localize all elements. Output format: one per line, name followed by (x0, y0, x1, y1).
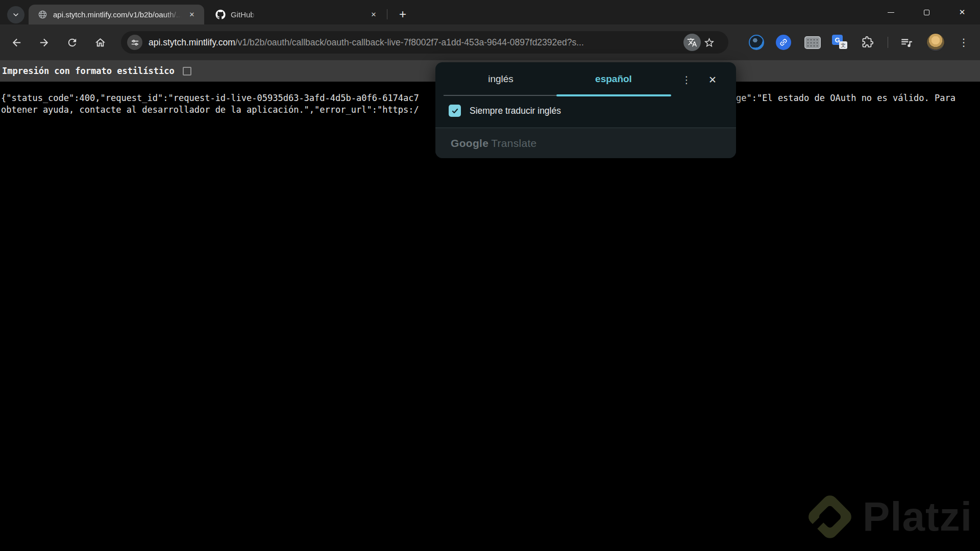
address-bar[interactable]: api.stytch.mintlify.com/v1/b2b/oauth/cal… (121, 31, 728, 54)
close-icon: ✕ (708, 74, 717, 86)
github-icon (215, 10, 226, 20)
platzi-logo-icon (804, 489, 855, 545)
translate-extension-wen: 文 (839, 41, 847, 49)
translate-page-button[interactable] (683, 34, 701, 51)
brand-translate: Translate (491, 137, 536, 149)
back-icon (11, 37, 22, 48)
extensions-puzzle-icon (862, 36, 874, 48)
translate-badge-icon (687, 37, 697, 47)
avatar[interactable] (926, 33, 945, 52)
always-translate-checkbox[interactable] (449, 105, 461, 117)
platzi-watermark-text: Platzi (863, 493, 972, 540)
tab-title: GitHub (231, 10, 255, 19)
close-tab-icon[interactable]: ✕ (186, 9, 198, 21)
platzi-watermark: Platzi (804, 489, 972, 545)
translate-source-tab[interactable]: inglés (446, 62, 556, 96)
json-line-1-left: {"status_code":400,"request_id":"request… (1, 92, 419, 104)
media-playlist-icon (900, 36, 913, 49)
url-text: api.stytch.mintlify.com/v1/b2b/oauth/cal… (149, 31, 584, 54)
browser-menu-button[interactable]: ⋮ (955, 32, 972, 53)
kebab-menu-icon: ⋮ (959, 36, 969, 48)
home-icon (94, 37, 106, 48)
translate-footer: GoogleTranslate (435, 128, 736, 158)
maximize-icon (924, 10, 929, 15)
translate-target-tab[interactable]: español (556, 62, 671, 96)
always-translate-row: Siempre traducir inglés (449, 104, 561, 117)
media-controls-button[interactable] (898, 35, 915, 50)
globe-icon (38, 10, 48, 20)
translate-popup: inglés español ⋮ ✕ Siempre traducir ingl… (435, 62, 736, 158)
site-settings-button[interactable] (127, 35, 142, 50)
brand-google: Google (451, 137, 488, 149)
minimize-icon (888, 12, 894, 13)
pretty-print-label: Impresión con formato estilístico (2, 66, 175, 76)
tab-search-button[interactable] (7, 6, 24, 23)
bookmark-star-icon (703, 37, 715, 48)
reload-button[interactable] (61, 31, 83, 54)
new-tab-button[interactable]: + (394, 6, 411, 23)
translate-tab-divider (444, 95, 556, 96)
tab-divider (387, 9, 387, 19)
close-window-button[interactable]: ✕ (944, 0, 980, 24)
tab-stytch[interactable]: api.stytch.mintlify.com/v1/b2b/oauth/...… (29, 5, 204, 24)
toolbar-separator (888, 37, 888, 48)
translate-extension-icon[interactable]: G 文 (832, 35, 847, 49)
tune-icon (131, 38, 139, 47)
bookmark-button[interactable] (700, 36, 718, 48)
maximize-button[interactable] (909, 0, 944, 24)
close-icon: ✕ (959, 8, 966, 17)
tab-strip: api.stytch.mintlify.com/v1/b2b/oauth/...… (0, 0, 980, 24)
always-translate-label: Siempre traducir inglés (470, 106, 561, 116)
window-controls: ✕ (873, 0, 980, 24)
keyboard-extension-icon[interactable] (804, 36, 821, 49)
json-line-1-right: ge":"El estado de OAuth no es válido. Pa… (736, 92, 955, 104)
toolbar: api.stytch.mintlify.com/v1/b2b/oauth/cal… (0, 24, 980, 60)
chevron-down-icon (12, 11, 20, 19)
json-line-2: obtener ayuda, contacte al desarrollador… (1, 104, 419, 116)
browser-window: api.stytch.mintlify.com/v1/b2b/oauth/...… (0, 0, 980, 551)
tab-title: api.stytch.mintlify.com/v1/b2b/oauth/... (53, 10, 182, 19)
translate-close-button[interactable]: ✕ (704, 71, 721, 88)
pretty-print-checkbox[interactable] (183, 67, 191, 76)
back-button[interactable] (5, 31, 28, 54)
tab-github[interactable]: GitHub ✕ (206, 5, 386, 24)
translate-options-button[interactable]: ⋮ (678, 71, 695, 88)
minimize-button[interactable] (873, 0, 909, 24)
translate-active-tab-underline (556, 94, 671, 96)
reload-icon (66, 37, 78, 48)
sphere-extension-icon[interactable] (749, 35, 764, 50)
link-extension-icon[interactable] (776, 35, 791, 50)
close-tab-icon[interactable]: ✕ (368, 9, 380, 21)
more-options-icon: ⋮ (682, 74, 692, 86)
forward-button[interactable] (33, 31, 55, 54)
checkmark-icon (451, 107, 459, 115)
google-translate-brand: GoogleTranslate (451, 137, 537, 149)
url-path: /v1/b2b/oauth/callback/oauth-callback-li… (235, 37, 584, 47)
home-button[interactable] (89, 31, 111, 54)
forward-icon (38, 37, 50, 48)
url-domain: api.stytch.mintlify.com (149, 37, 235, 47)
extensions-button[interactable] (861, 35, 875, 49)
